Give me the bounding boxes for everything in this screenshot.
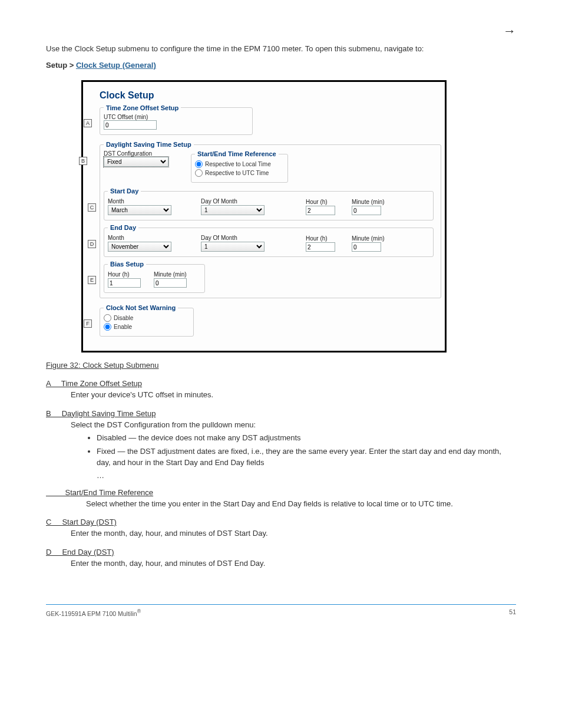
ref-utc-row[interactable]: Respective to UTC Time bbox=[195, 169, 284, 177]
ref-legend: Start/End Time Reference bbox=[195, 150, 279, 157]
setting-C-body: Enter the month, day, hour, and minutes … bbox=[71, 528, 516, 539]
ref-utc-radio[interactable] bbox=[195, 169, 203, 177]
warning-group: Clock Not Set Warning F Disable Enable bbox=[100, 304, 194, 337]
bias-hour-input[interactable] bbox=[108, 278, 141, 288]
start-hour-label: Hour (h) bbox=[306, 199, 341, 205]
setting-B-body: Select the DST Configuration from the pu… bbox=[71, 419, 516, 431]
ref-utc-label: Respective to UTC Time bbox=[205, 170, 269, 176]
setting-Bref: Start/End Time Reference Select whether … bbox=[46, 488, 516, 510]
settings-list: A Time Zone Offset Setup Enter your devi… bbox=[46, 379, 516, 569]
figure-label: Figure 32: Clock Setup Submenu bbox=[46, 361, 159, 370]
setting-C: C Start Day (DST) Enter the month, day, … bbox=[46, 518, 516, 539]
start-month-label: Month bbox=[108, 198, 173, 205]
bias-min-label: Minute (min) bbox=[154, 271, 189, 278]
end-month-label: Month bbox=[108, 235, 173, 241]
ref-local-label: Respective to Local Time bbox=[205, 161, 271, 167]
warn-legend: Clock Not Set Warning bbox=[104, 304, 178, 311]
nav-link[interactable]: Clock Setup (General) bbox=[76, 61, 156, 70]
setting-C-key: C Start Day (DST) bbox=[46, 518, 117, 526]
setting-A: A Time Zone Offset Setup Enter your devi… bbox=[46, 379, 516, 401]
marker-B: B bbox=[79, 157, 87, 165]
marker-E: E bbox=[88, 276, 96, 284]
dst-config-select[interactable]: Fixed bbox=[104, 157, 168, 167]
marker-A: A bbox=[84, 119, 92, 127]
end-min-label: Minute (min) bbox=[352, 235, 387, 242]
utc-offset-input[interactable] bbox=[104, 120, 157, 130]
ref-local-row[interactable]: Respective to Local Time bbox=[195, 160, 284, 169]
marker-D: D bbox=[88, 240, 96, 248]
figure-caption: Figure 32: Clock Setup Submenu bbox=[46, 361, 516, 370]
start-dom-select[interactable]: 1 bbox=[201, 205, 265, 215]
marker-F: F bbox=[84, 319, 92, 328]
end-min-input[interactable] bbox=[352, 242, 381, 252]
start-day-group: Start Day C Month March Day Of Month 1 H… bbox=[104, 187, 434, 220]
nav-path: Setup > Clock Setup (General) bbox=[46, 61, 516, 70]
setting-B-key: B Daylight Saving Time Setup bbox=[46, 409, 156, 418]
warn-enable-row[interactable]: Enable bbox=[104, 322, 190, 331]
bias-hour-label: Hour (h) bbox=[108, 271, 143, 278]
warn-enable-label: Enable bbox=[114, 324, 132, 330]
setting-Bref-body: Select whether the time you enter in the… bbox=[86, 498, 516, 510]
page-footer: GEK-119591A EPM 7100 Multilin® 51 bbox=[46, 604, 516, 617]
warn-disable-radio[interactable] bbox=[104, 314, 111, 322]
start-hour-input[interactable] bbox=[306, 206, 335, 215]
setting-A-key: A Time Zone Offset Setup bbox=[46, 379, 142, 388]
clock-setup-title: Clock Setup bbox=[91, 90, 437, 101]
dst-cfg-label: DST Configuration bbox=[104, 150, 173, 157]
setting-B-more: … bbox=[97, 471, 516, 480]
setting-B: B Daylight Saving Time Setup Select the … bbox=[46, 409, 516, 480]
warn-enable-radio[interactable] bbox=[104, 323, 111, 331]
warn-disable-label: Disable bbox=[114, 315, 133, 321]
end-day-group: End Day D Month November Day Of Month 1 … bbox=[104, 224, 434, 257]
end-dom-label: Day Of Month bbox=[201, 235, 266, 241]
end-hour-input[interactable] bbox=[306, 242, 335, 252]
marker-C: C bbox=[88, 203, 96, 212]
setting-D-body: Enter the month, day, hour, and minutes … bbox=[71, 558, 516, 569]
clock-setup-figure: Clock Setup Time Zone Offset Setup A UTC… bbox=[81, 80, 447, 353]
end-month-select[interactable]: November bbox=[108, 242, 171, 252]
setting-B-opt-1: Fixed — the DST adjustment dates are fix… bbox=[97, 446, 516, 469]
bias-legend: Bias Setup bbox=[108, 261, 146, 268]
setting-Bref-key: Start/End Time Reference bbox=[46, 488, 153, 497]
bias-min-input[interactable] bbox=[154, 278, 187, 288]
nav-prefix: Setup > bbox=[46, 61, 76, 70]
setting-A-body: Enter your device's UTC offset in minute… bbox=[71, 389, 516, 401]
timezone-offset-group: Time Zone Offset Setup A UTC Offset (min… bbox=[100, 104, 253, 136]
tz-legend: Time Zone Offset Setup bbox=[104, 104, 181, 111]
tz-label: UTC Offset (min) bbox=[104, 114, 249, 120]
start-min-input[interactable] bbox=[352, 206, 381, 215]
footer-page-number: 51 bbox=[509, 608, 516, 617]
start-day-legend: Start Day bbox=[108, 187, 141, 195]
end-hour-label: Hour (h) bbox=[306, 235, 341, 242]
start-month-select[interactable]: March bbox=[108, 205, 171, 215]
warn-disable-row[interactable]: Disable bbox=[104, 314, 190, 322]
start-min-label: Minute (min) bbox=[352, 199, 387, 205]
end-dom-select[interactable]: 1 bbox=[201, 242, 265, 252]
setting-B-opt-0: Disabled — the device does not make any … bbox=[97, 433, 516, 444]
arrow-right-icon: → bbox=[503, 24, 516, 39]
bias-group: Bias Setup E Hour (h) Minute (min) bbox=[104, 261, 205, 293]
setting-B-options: Disabled — the device does not make any … bbox=[97, 433, 516, 469]
end-day-legend: End Day bbox=[108, 224, 138, 231]
dst-legend: Daylight Saving Time Setup bbox=[104, 141, 194, 148]
setting-D: D End Day (DST) Enter the month, day, ho… bbox=[46, 548, 516, 569]
intro-paragraph: Use the Clock Setup submenu to configure… bbox=[46, 44, 516, 55]
ref-local-radio[interactable] bbox=[195, 160, 203, 168]
start-dom-label: Day Of Month bbox=[201, 198, 266, 205]
footer-left: GEK-119591A EPM 7100 Multilin® bbox=[46, 608, 141, 617]
setting-D-key: D End Day (DST) bbox=[46, 548, 114, 556]
dst-group: Daylight Saving Time Setup B DST Configu… bbox=[100, 141, 441, 298]
